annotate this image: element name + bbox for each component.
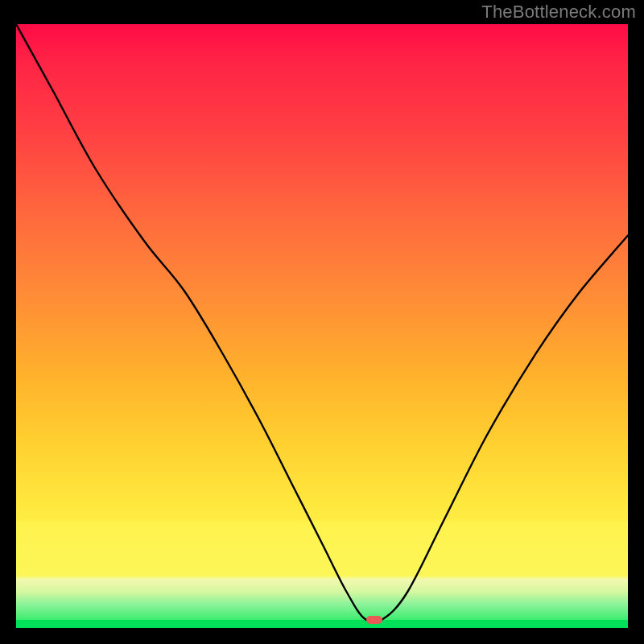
chart-frame: TheBottleneck.com: [0, 0, 644, 644]
plot-area: [16, 24, 628, 628]
bottleneck-curve: [16, 24, 628, 628]
watermark-text: TheBottleneck.com: [481, 2, 636, 23]
optimal-point-marker: [366, 616, 382, 624]
